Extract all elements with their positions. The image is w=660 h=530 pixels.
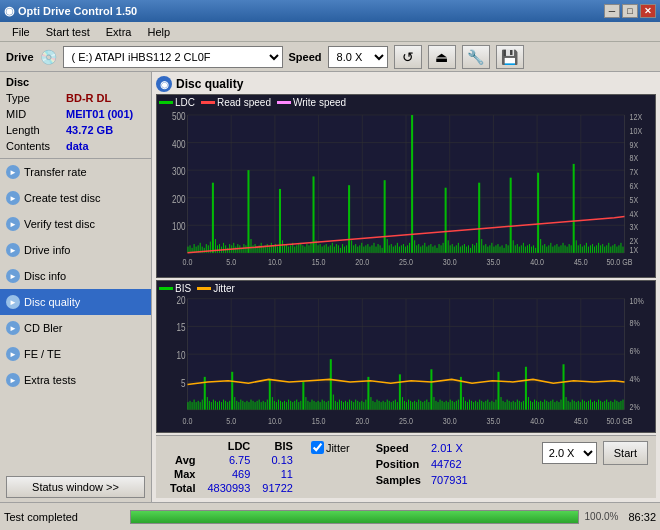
status-window-button[interactable]: Status window >>: [6, 476, 145, 498]
drive-select[interactable]: ( E:) ATAPI iHBS112 2 CL0F: [63, 46, 283, 68]
svg-rect-409: [430, 369, 432, 409]
svg-rect-484: [588, 400, 589, 409]
svg-rect-241: [596, 245, 597, 253]
svg-rect-214: [540, 239, 541, 253]
app-icon: ◉: [4, 4, 14, 18]
jitter-checkbox[interactable]: [311, 441, 324, 454]
sidebar-item-extra-tests[interactable]: ► Extra tests: [0, 367, 151, 393]
sidebar-item-cd-bler[interactable]: ► CD Bler: [0, 315, 151, 341]
menu-file[interactable]: File: [4, 24, 38, 40]
sidebar-item-disc-info[interactable]: ► Disc info: [0, 263, 151, 289]
sidebar-item-create-test-disc[interactable]: ► Create test disc: [0, 185, 151, 211]
svg-rect-374: [357, 400, 358, 409]
svg-rect-332: [269, 379, 271, 409]
sidebar-item-disc-quality[interactable]: ► Disc quality: [0, 289, 151, 315]
svg-rect-211: [533, 245, 534, 253]
svg-rect-425: [465, 400, 466, 409]
svg-rect-74: [245, 245, 246, 253]
ldc-legend-item: LDC: [159, 97, 195, 108]
menu-start-test[interactable]: Start test: [38, 24, 98, 40]
jitter-checkbox-row[interactable]: Jitter: [311, 441, 350, 454]
refresh-button[interactable]: ↺: [394, 45, 422, 69]
svg-rect-182: [472, 244, 473, 253]
svg-rect-76: [251, 239, 252, 253]
svg-text:9X: 9X: [630, 140, 639, 150]
svg-rect-456: [530, 400, 531, 409]
svg-rect-492: [604, 400, 605, 409]
svg-rect-168: [443, 243, 444, 253]
svg-rect-142: [389, 245, 390, 253]
sidebar-item-drive-info[interactable]: ► Drive info: [0, 237, 151, 263]
sidebar-item-transfer-rate[interactable]: ► Transfer rate: [0, 159, 151, 185]
svg-rect-140: [384, 180, 386, 253]
speed-stat-value: 2.01 X: [427, 441, 472, 455]
svg-rect-489: [598, 399, 599, 409]
svg-rect-343: [292, 402, 293, 410]
svg-rect-185: [478, 183, 480, 253]
svg-rect-422: [458, 399, 459, 409]
avg-ldc-value: 6.75: [201, 453, 256, 467]
svg-text:10%: 10%: [630, 296, 644, 306]
eject-button[interactable]: ⏏: [428, 45, 456, 69]
svg-text:25.0: 25.0: [399, 415, 413, 425]
svg-rect-406: [424, 400, 425, 409]
svg-rect-209: [529, 244, 530, 253]
svg-text:15.0: 15.0: [312, 415, 326, 425]
svg-rect-134: [371, 245, 372, 253]
bis-chart: BIS Jitter: [156, 280, 656, 433]
svg-text:40.0: 40.0: [530, 415, 544, 425]
svg-rect-126: [355, 244, 356, 253]
menu-extra[interactable]: Extra: [98, 24, 140, 40]
svg-rect-226: [565, 245, 566, 253]
svg-rect-60: [217, 245, 218, 253]
samples-value: 707931: [427, 473, 472, 487]
svg-text:5: 5: [181, 378, 186, 389]
disc-info-icon: ►: [6, 269, 20, 283]
svg-rect-137: [378, 244, 379, 253]
svg-rect-122: [346, 245, 347, 253]
svg-rect-440: [495, 399, 496, 409]
svg-rect-112: [326, 244, 327, 253]
svg-text:5.0: 5.0: [226, 258, 236, 268]
svg-rect-128: [359, 245, 360, 253]
maximize-button[interactable]: □: [622, 4, 638, 18]
total-label: Total: [164, 481, 201, 495]
svg-text:20: 20: [176, 295, 185, 306]
disc-type-row: Type BD-R DL: [6, 90, 145, 106]
svg-rect-341: [288, 399, 289, 409]
svg-rect-297: [196, 402, 197, 410]
sidebar-item-verify-test-disc[interactable]: ► Verify test disc: [0, 211, 151, 237]
svg-rect-377: [363, 402, 364, 410]
settings-button[interactable]: 🔧: [462, 45, 490, 69]
svg-rect-131: [365, 245, 366, 253]
svg-text:45.0: 45.0: [574, 415, 588, 425]
svg-rect-463: [544, 399, 545, 409]
start-button[interactable]: Start: [603, 441, 648, 465]
test-speed-select[interactable]: 2.0 X 4.0 X 8.0 X: [542, 442, 597, 464]
svg-rect-119: [340, 248, 341, 253]
svg-rect-339: [284, 400, 285, 409]
svg-rect-162: [430, 244, 431, 253]
svg-rect-235: [584, 245, 585, 253]
svg-rect-304: [211, 402, 212, 410]
svg-rect-254: [622, 247, 623, 253]
save-button[interactable]: 💾: [496, 45, 524, 69]
svg-rect-457: [532, 402, 533, 410]
menu-help[interactable]: Help: [139, 24, 178, 40]
sidebar-item-fe-te[interactable]: ► FE / TE: [0, 341, 151, 367]
svg-rect-370: [349, 399, 350, 409]
svg-rect-480: [580, 402, 581, 410]
svg-rect-330: [265, 402, 266, 410]
minimize-button[interactable]: ─: [604, 4, 620, 18]
svg-rect-61: [219, 244, 220, 253]
svg-rect-361: [330, 359, 332, 409]
svg-rect-77: [253, 245, 254, 253]
svg-rect-482: [584, 400, 585, 409]
svg-rect-364: [337, 402, 338, 410]
bis-legend-label: BIS: [175, 283, 191, 294]
svg-rect-428: [471, 400, 472, 409]
close-button[interactable]: ✕: [640, 4, 656, 18]
menu-bar: File Start test Extra Help: [0, 22, 660, 42]
speed-select[interactable]: 8.0 X: [328, 46, 388, 68]
svg-rect-324: [253, 400, 254, 409]
